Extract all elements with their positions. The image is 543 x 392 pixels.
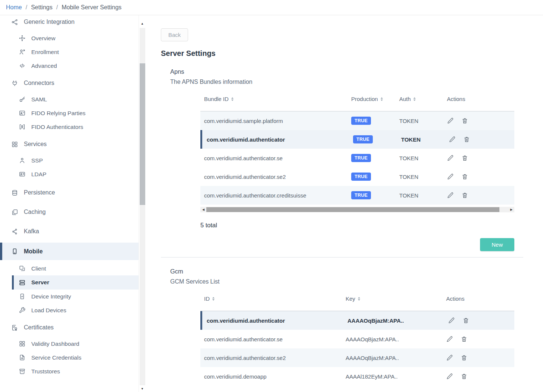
table-row-selected[interactable]: com.veridiumid.authenticator AAAAOqBjazM… (200, 311, 514, 330)
sidebar-item-generic-integration[interactable]: Generic Integration (0, 15, 139, 30)
column-header-id[interactable]: ID (200, 295, 346, 302)
edit-icon[interactable] (446, 373, 453, 380)
sidebar-item-label: LDAP (31, 171, 47, 178)
delete-icon[interactable] (461, 155, 468, 161)
sidebar-item-fido-authenticators[interactable]: FIDO Authenticators (0, 120, 139, 134)
back-button[interactable]: Back (161, 28, 188, 41)
apns-section-description: The APNS Bundles information (170, 79, 543, 85)
delete-icon[interactable] (461, 373, 467, 380)
breadcrumb: Home / Settings / Mobile Server Settings (0, 0, 543, 15)
delete-icon[interactable] (461, 192, 468, 199)
edit-icon[interactable] (447, 173, 454, 180)
apns-total-count: 5 total (200, 222, 543, 229)
sidebar-item-label: Enrollment (31, 49, 59, 56)
edit-icon[interactable] (448, 317, 455, 324)
table-row[interactable]: com.veridiumid.authenticator.se AAAAOqBj… (200, 330, 514, 348)
edit-icon[interactable] (447, 155, 454, 161)
sidebar-item-load-devices[interactable]: Load Devices (0, 303, 139, 317)
delete-icon[interactable] (461, 117, 468, 124)
sidebar-item-server[interactable]: Server (12, 275, 139, 290)
scroll-up-arrow-icon[interactable]: ▲ (139, 22, 146, 25)
main-content: Back Server Settings Apns The APNS Bundl… (146, 15, 543, 392)
scrollbar-track[interactable] (140, 28, 145, 385)
edit-icon[interactable] (446, 336, 453, 342)
bundle-id-cell: com.veridiumid.sample.platform (200, 118, 351, 124)
breadcrumb-home[interactable]: Home (6, 4, 22, 11)
column-label: Bundle ID (204, 96, 229, 102)
sidebar-item-validity-dashboard[interactable]: Validity Dashboard (0, 337, 139, 351)
sidebar-item-connectors[interactable]: Connectors (0, 75, 139, 91)
delete-icon[interactable] (461, 354, 467, 361)
production-badge: TRUE (351, 154, 371, 162)
bundle-id-cell: com.veridiumid.authenticator (202, 136, 353, 143)
sidebar-item-overview[interactable]: Overview (0, 31, 139, 45)
delete-icon[interactable] (461, 336, 467, 342)
sidebar-item-services[interactable]: Services (0, 136, 139, 152)
sidebar-item-advanced[interactable]: Advanced (0, 59, 139, 73)
sidebar-item-caching[interactable]: Caching (0, 204, 139, 220)
table-row[interactable]: com.veridiumid.authenticator.creditsuiss… (200, 186, 514, 205)
table-row[interactable]: com.veridiumid.authenticator.se2 AAAAOqB… (200, 348, 514, 367)
scrollbar-thumb[interactable] (140, 63, 145, 205)
auth-cell: TOKEN (400, 136, 445, 143)
sidebar-item-mobile[interactable]: Mobile (0, 243, 139, 260)
apns-table: Bundle ID Production Auth Actions com.ve… (200, 94, 514, 212)
horizontal-scrollbar[interactable]: ◀ ▶ (200, 207, 514, 212)
scroll-down-arrow-icon[interactable]: ▼ (139, 387, 146, 391)
section-divider (161, 257, 523, 257)
table-row-selected[interactable]: com.veridiumid.authenticator TRUE TOKEN (200, 130, 514, 149)
table-row[interactable]: com.veridiumid.authenticator.se TRUE TOK… (200, 149, 514, 167)
edit-icon[interactable] (449, 136, 455, 143)
smartphone-icon (11, 248, 18, 255)
user-brackets-icon (19, 123, 26, 130)
edit-icon[interactable] (447, 192, 454, 199)
breadcrumb-settings[interactable]: Settings (31, 4, 53, 11)
sidebar-item-label: Certificates (24, 324, 54, 331)
user-icon (19, 157, 26, 164)
page-title: Server Settings (161, 49, 543, 58)
sidebar-item-kafka[interactable]: Kafka (0, 224, 139, 239)
sidebar-item-label: Connectors (24, 80, 54, 86)
edit-icon[interactable] (447, 117, 454, 124)
table-row[interactable]: com.veridiumid.demoapp AAAAl182EyM:APA.. (200, 367, 514, 386)
sidebar-item-fido-relying-parties[interactable]: FIDO Relying Parties (0, 106, 139, 120)
production-cell: TRUE (353, 135, 400, 143)
sidebar-item-truststores[interactable]: Truststores (0, 364, 139, 378)
plug-icon (11, 80, 18, 87)
table-row[interactable]: com.veridiumid.authenticator.se2 TRUE TO… (200, 167, 514, 186)
sidebar-item-saml[interactable]: SAML (0, 92, 139, 106)
sidebar-item-persistence[interactable]: Persistence (0, 185, 139, 200)
apns-section-heading: Apns (170, 68, 543, 75)
new-button[interactable]: New (480, 238, 514, 251)
column-label: ID (204, 295, 210, 302)
archive-icon (19, 368, 26, 375)
production-cell: TRUE (351, 117, 398, 125)
sidebar-item-enrollment[interactable]: Enrollment (0, 45, 139, 59)
scrollbar-track[interactable] (206, 207, 508, 212)
column-header-auth[interactable]: Auth (398, 96, 444, 102)
column-label: Actions (446, 295, 464, 302)
sidebar-item-certificates[interactable]: Certificates (0, 320, 139, 335)
sidebar-item-ldap[interactable]: LDAP (0, 167, 139, 181)
column-header-bundle-id[interactable]: Bundle ID (200, 96, 351, 102)
key-cell: AAAAOqBjazM:APA.. (346, 355, 443, 361)
id-cell: com.veridiumid.demoapp (200, 373, 346, 380)
delete-icon[interactable] (463, 136, 470, 143)
wrench-icon (19, 307, 26, 314)
sidebar-item-ssp[interactable]: SSP (0, 154, 139, 167)
phone-check-icon (19, 293, 26, 300)
column-header-production[interactable]: Production (351, 96, 398, 102)
delete-icon[interactable] (463, 317, 469, 324)
sidebar-item-device-integrity[interactable]: Device Integrity (0, 290, 139, 303)
column-header-key[interactable]: Key (346, 295, 443, 302)
sidebar-scrollbar[interactable]: ▲ ▼ (139, 15, 146, 392)
edit-icon[interactable] (446, 354, 453, 361)
sidebar-item-label: SAML (31, 96, 47, 103)
table-row[interactable]: com.veridiumid.sample.platform TRUE TOKE… (200, 111, 514, 130)
sidebar-item-service-credentials[interactable]: Service Credentials (0, 351, 139, 364)
scroll-left-arrow-icon[interactable]: ◀ (200, 207, 206, 212)
scrollbar-thumb[interactable] (206, 207, 499, 212)
delete-icon[interactable] (461, 173, 468, 180)
sidebar-item-client[interactable]: Client (0, 262, 139, 275)
scroll-right-arrow-icon[interactable]: ▶ (508, 207, 514, 212)
